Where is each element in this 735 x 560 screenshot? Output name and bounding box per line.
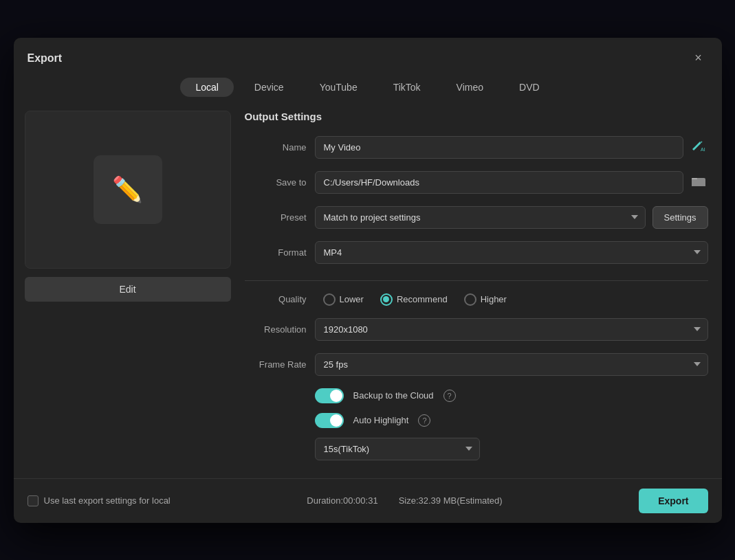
name-control: AI (315, 136, 708, 159)
auto-highlight-row: Auto Highlight ? (245, 413, 708, 428)
ai-rename-button[interactable]: AI (689, 136, 708, 158)
svg-text:AI: AI (701, 147, 705, 152)
right-panel: Output Settings Name AI (245, 111, 711, 471)
resolution-control: 1920x1080 1280x720 3840x2160 (315, 318, 708, 341)
backup-label: Backup to the Cloud (353, 390, 434, 401)
save-to-label: Save to (245, 177, 307, 188)
quality-row: Quality Lower Recommend Higher (245, 293, 708, 306)
export-button[interactable]: Export (639, 489, 707, 513)
highlight-format-select[interactable]: 15s(TikTok) 30s 60s (315, 438, 480, 460)
preview-box: ✏️ (25, 111, 231, 269)
backup-help-icon[interactable]: ? (443, 390, 456, 402)
auto-highlight-help-icon[interactable]: ? (418, 414, 430, 427)
preset-row: Preset Match to project settings Custom … (245, 206, 708, 229)
left-panel: ✏️ Edit (25, 111, 231, 471)
frame-rate-label: Frame Rate (245, 359, 307, 370)
quality-higher-label: Higher (481, 294, 507, 304)
name-label: Name (245, 142, 307, 153)
resolution-select[interactable]: 1920x1080 1280x720 3840x2160 (315, 318, 708, 341)
output-settings-title: Output Settings (245, 111, 708, 122)
tabs-row: Local Device YouTube TikTok Vimeo DVD (14, 68, 722, 104)
backup-toggle[interactable] (315, 388, 344, 403)
edit-button[interactable]: Edit (25, 277, 231, 302)
backup-row: Backup to the Cloud ? (245, 388, 708, 403)
duration-value: 00:00:31 (343, 495, 378, 506)
tab-device[interactable]: Device (239, 78, 299, 97)
quality-radio-group: Lower Recommend Higher (323, 293, 507, 306)
duration-label: Duration: (307, 495, 343, 506)
save-to-row: Save to (245, 171, 708, 194)
modal-footer: Use last export settings for local Durat… (14, 478, 722, 523)
tab-tiktok[interactable]: TikTok (378, 78, 436, 97)
last-settings-label: Use last export settings for local (44, 495, 171, 506)
save-to-control (315, 171, 708, 194)
quality-label: Quality (245, 294, 307, 304)
tab-local[interactable]: Local (180, 78, 233, 97)
divider (245, 280, 708, 281)
modal-overlay: Export × Local Device YouTube TikTok Vim… (0, 0, 735, 560)
frame-rate-control: 25 fps 30 fps 60 fps 24 fps (315, 353, 708, 376)
duration-info: Duration:00:00:31 (307, 495, 377, 506)
last-settings-checkbox[interactable] (28, 495, 39, 506)
footer-left: Use last export settings for local (28, 495, 171, 506)
export-modal: Export × Local Device YouTube TikTok Vim… (14, 38, 722, 523)
preset-select[interactable]: Match to project settings Custom (315, 206, 646, 229)
radio-recommend-circle (380, 293, 393, 306)
size-info: Size:32.39 MB(Estimated) (399, 495, 503, 506)
format-select[interactable]: MP4 MOV AVI MKV (315, 241, 708, 264)
quality-lower-label: Lower (340, 294, 364, 304)
size-label: Size: (399, 495, 419, 506)
auto-highlight-toggle[interactable] (315, 413, 344, 428)
resolution-label: Resolution (245, 324, 307, 335)
quality-recommend-label: Recommend (397, 294, 448, 304)
preset-label: Preset (245, 212, 307, 223)
modal-body: ✏️ Edit Output Settings Name (14, 104, 722, 471)
radio-lower-circle (323, 293, 336, 306)
preset-control: Match to project settings Custom Setting… (315, 206, 708, 229)
modal-title: Export (28, 52, 63, 65)
footer-center: Duration:00:00:31 Size:32.39 MB(Estimate… (307, 495, 502, 506)
name-input[interactable] (315, 136, 683, 159)
name-row: Name AI (245, 136, 708, 159)
backup-toggle-slider (315, 388, 344, 403)
radio-higher-circle (464, 293, 476, 306)
highlight-format-row: 15s(TikTok) 30s 60s (245, 438, 708, 460)
modal-header: Export × (14, 38, 722, 68)
resolution-row: Resolution 1920x1080 1280x720 3840x2160 (245, 318, 708, 341)
frame-rate-row: Frame Rate 25 fps 30 fps 60 fps 24 fps (245, 353, 708, 376)
last-settings-checkbox-label[interactable]: Use last export settings for local (28, 495, 171, 506)
settings-button[interactable]: Settings (652, 206, 708, 229)
quality-recommend[interactable]: Recommend (380, 293, 448, 306)
frame-rate-select[interactable]: 25 fps 30 fps 60 fps 24 fps (315, 353, 708, 376)
save-to-input[interactable] (315, 171, 683, 194)
tab-youtube[interactable]: YouTube (305, 78, 373, 97)
folder-browse-button[interactable] (689, 172, 708, 192)
format-control: MP4 MOV AVI MKV (315, 241, 708, 264)
quality-higher[interactable]: Higher (464, 293, 507, 306)
size-value: 32.39 MB(Estimated) (419, 495, 503, 506)
quality-lower[interactable]: Lower (323, 293, 364, 306)
auto-highlight-label: Auto Highlight (353, 415, 409, 425)
format-row: Format MP4 MOV AVI MKV (245, 241, 708, 264)
edit-pencil-icon: ✏️ (112, 175, 143, 204)
tab-vimeo[interactable]: Vimeo (441, 78, 498, 97)
format-label: Format (245, 247, 307, 258)
preview-icon-container: ✏️ (94, 155, 162, 224)
auto-highlight-toggle-slider (315, 413, 344, 428)
close-button[interactable]: × (689, 49, 708, 68)
tab-dvd[interactable]: DVD (504, 78, 555, 97)
